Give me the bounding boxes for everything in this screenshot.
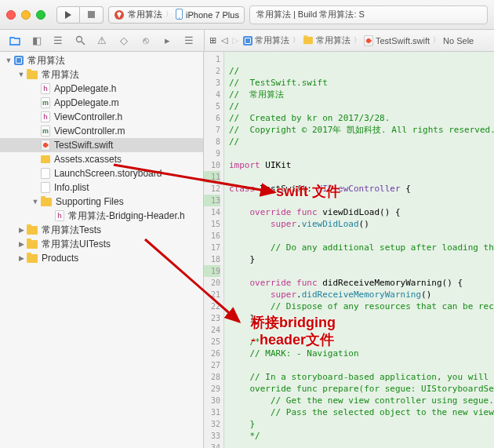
code-line: } [229,313,255,323]
project-icon [14,56,24,65]
code-line: // In a storyboard-based application, yo… [229,372,494,382]
test-navigator-tab[interactable]: ◇ [114,33,134,49]
tree-file-label: Info.plist [54,182,89,193]
code-line: // MARK: - Navigation [229,348,359,359]
code-line: super.viewDidLoad() [229,219,369,229]
project-navigator[interactable]: ▼常用算法 ▼常用算法 hAppDelegate.h mAppDelegate.… [0,52,204,448]
jumpbar-project[interactable]: 常用算法 [242,35,291,46]
tree-file[interactable]: mViewController.m [0,124,203,138]
tree-group-label: 常用算法 [42,68,79,82]
swift-file-icon [364,35,373,46]
scheme-selector[interactable]: 常用算法 〉 iPhone 7 Plus [108,6,245,24]
folder-icon [27,71,38,79]
impl-file-icon: m [41,97,50,108]
tree-group-uitests[interactable]: ▶常用算法UITests [0,237,203,251]
tree-group-label: Supporting Files [56,196,124,207]
jumpbar-folder[interactable]: 常用算法 [301,35,352,46]
forward-button[interactable]: ▷ [231,35,240,46]
jumpbar-file[interactable]: TestSwift.swift [362,35,431,46]
tree-file-label: AppDelegate.h [54,83,116,94]
code-line: // Dispose of any resources that can be … [229,301,494,311]
tree-group-supporting[interactable]: ▼Supporting Files [0,195,203,209]
svg-rect-0 [88,11,95,18]
scheme-target-label: 常用算法 [128,9,162,20]
debug-navigator-tab[interactable]: ⎋ [136,33,156,49]
source-control-navigator-tab[interactable]: ◧ [27,33,47,49]
tree-group-tests[interactable]: ▶常用算法Tests [0,223,203,237]
impl-file-icon: m [41,126,50,137]
activity-viewer: 常用算法 | Build 常用算法: S [249,5,488,24]
swift-file-icon [41,140,50,151]
line-number-gutter: 1234567891011121314151617181920212223242… [204,52,224,448]
related-items-icon[interactable]: ⊞ [208,35,218,46]
tree-file[interactable]: Assets.xcassets [0,152,203,166]
tree-root[interactable]: ▼常用算法 [0,53,203,67]
tree-file-bridging[interactable]: h常用算法-Bridging-Header.h [0,209,203,223]
code-line: } [229,419,255,429]
svg-line-5 [82,42,85,45]
tree-group-label: 常用算法Tests [42,224,101,237]
code-area[interactable]: // // TestSwift.swift // 常用算法 // // Crea… [224,52,494,448]
close-window-icon[interactable] [6,10,16,20]
run-button[interactable] [56,6,80,24]
assets-icon [41,155,50,163]
issue-navigator-tab[interactable]: ⚠ [92,33,112,49]
folder-icon [27,254,38,263]
scheme-device-label: iPhone 7 Plus [186,10,239,20]
code-line: // [229,137,239,147]
tree-root-label: 常用算法 [27,54,65,67]
jumpbar-project-label: 常用算法 [255,35,289,46]
disclosure-triangle-icon[interactable]: ▼ [31,198,39,206]
stop-button[interactable] [80,6,104,24]
navigator-tabs: ◧ ☰ ⚠ ◇ ⎋ ▸ ☰ [0,30,204,51]
tree-file[interactable]: Info.plist [0,180,203,195]
project-navigator-tab[interactable] [5,33,25,49]
tree-file-selected[interactable]: TestSwift.swift [0,138,203,152]
code-line: class TestSwift: UIViewController { [229,184,411,194]
code-line: /* [229,337,260,347]
source-editor[interactable]: 1234567891011121314151617181920212223242… [204,52,494,448]
jumpbar-file-label: TestSwift.swift [376,36,430,46]
code-line: override func viewDidLoad() { [229,207,401,217]
zoom-window-icon[interactable] [36,10,45,20]
tree-group-label: Products [42,253,78,264]
find-navigator-tab[interactable] [70,33,90,49]
code-line: override func prepare(for segue: UIStory… [229,384,494,394]
disclosure-triangle-icon[interactable]: ▶ [17,226,25,234]
symbol-navigator-tab[interactable]: ☰ [49,33,69,49]
minimize-window-icon[interactable] [21,10,31,20]
breakpoint-navigator-tab[interactable]: ▸ [157,33,177,49]
header-file-icon: h [41,83,50,94]
code-line: // Created by kr on 2017/3/28. [229,113,390,123]
tree-group-products[interactable]: ▶Products [0,251,203,265]
navigator-toolbar: ◧ ☰ ⚠ ◇ ⎋ ▸ ☰ ⊞ ◁ ▷ 常用算法 〉 常用算法 〉 TestSw… [0,30,494,52]
folder-icon [27,226,38,235]
tree-group[interactable]: ▼常用算法 [0,67,203,82]
disclosure-triangle-icon[interactable]: ▶ [17,240,25,248]
code-line: // Get the new view controller using seg… [229,395,494,406]
titlebar: 常用算法 〉 iPhone 7 Plus 常用算法 | Build 常用算法: … [0,0,494,30]
folder-icon [41,198,52,206]
tree-file[interactable]: hViewController.h [0,110,203,124]
jumpbar-folder-label: 常用算法 [316,35,351,46]
chevron-right-icon: 〉 [165,9,173,20]
tree-file[interactable]: hAppDelegate.h [0,82,203,96]
device-icon [176,9,183,21]
code-line: // TestSwift.swift [229,78,328,88]
jumpbar-selection[interactable]: No Sele [441,36,475,46]
disclosure-triangle-icon[interactable]: ▼ [5,56,13,64]
code-line: super.didReceiveMemoryWarning() [229,290,431,300]
tree-file-label: Assets.xcassets [54,154,122,165]
code-line: import UIKit [229,160,292,170]
chevron-right-icon: 〉 [292,35,300,46]
code-line: // Copyright © 2017年 凯如科技. All rights re… [229,125,494,135]
chevron-right-icon: 〉 [433,35,440,46]
tree-file[interactable]: LaunchScreen.storyboard [0,166,203,180]
jump-bar[interactable]: ⊞ ◁ ▷ 常用算法 〉 常用算法 〉 TestSwift.swift 〉 No… [204,30,494,51]
tree-file[interactable]: mAppDelegate.m [0,96,203,110]
report-navigator-tab[interactable]: ☰ [179,33,199,49]
back-button[interactable]: ◁ [220,35,229,46]
disclosure-triangle-icon[interactable]: ▶ [17,254,25,262]
disclosure-triangle-icon[interactable]: ▼ [17,71,25,78]
code-line: // Pass the selected object to the new v… [229,407,494,417]
